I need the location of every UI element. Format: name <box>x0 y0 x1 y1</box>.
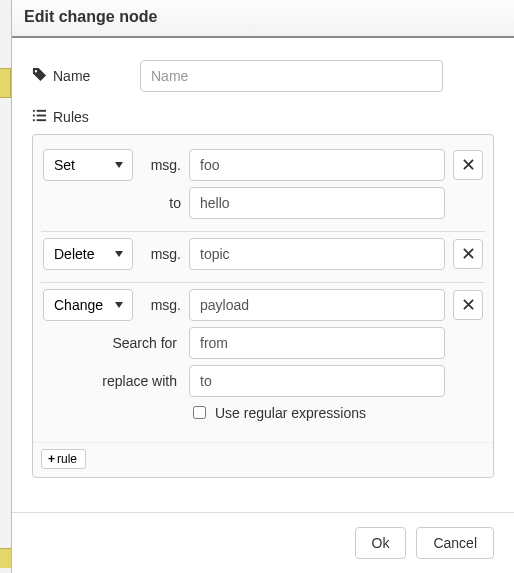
rules-container: Set msg. <box>32 134 494 478</box>
rule-row: Set msg. <box>41 143 485 231</box>
search-for-label: Search for <box>43 335 181 351</box>
rule-type-select-wrap: Delete <box>43 238 133 270</box>
delete-rule-button[interactable] <box>453 290 483 320</box>
rule-property-input[interactable] <box>189 149 445 181</box>
list-icon <box>32 108 47 126</box>
msg-prefix-label: msg. <box>141 157 181 173</box>
rule-type-select[interactable]: Set <box>43 149 133 181</box>
add-rule-row: + rule <box>33 442 493 477</box>
rule-type-select[interactable]: Change <box>43 289 133 321</box>
use-regex-checkbox[interactable] <box>193 406 206 419</box>
to-label: to <box>141 195 181 211</box>
rule-type-select[interactable]: Delete <box>43 238 133 270</box>
rule-replace-input[interactable] <box>189 365 445 397</box>
rule-to-input[interactable] <box>189 187 445 219</box>
delete-rule-button[interactable] <box>453 150 483 180</box>
rules-label-row: Rules <box>32 108 494 126</box>
panel-footer: Ok Cancel <box>12 512 514 573</box>
panel-body: Name Rules <box>12 38 514 512</box>
background-node-fragment <box>0 548 11 568</box>
rule-row: Change msg. <box>41 282 485 434</box>
background-node-fragment <box>0 68 11 98</box>
panel-header: Edit change node <box>12 0 514 38</box>
svg-rect-0 <box>33 110 35 112</box>
close-icon <box>463 298 474 313</box>
rules-scroll[interactable]: Set msg. <box>33 135 493 442</box>
rule-property-input[interactable] <box>189 289 445 321</box>
name-input[interactable] <box>140 60 443 92</box>
msg-prefix-label: msg. <box>141 297 181 313</box>
ok-button[interactable]: Ok <box>355 527 407 559</box>
rules-label-text: Rules <box>53 109 89 125</box>
edit-panel: Edit change node Name Rules <box>11 0 514 573</box>
name-row: Name <box>32 60 494 92</box>
cancel-button[interactable]: Cancel <box>416 527 494 559</box>
plus-icon: + <box>48 452 55 466</box>
delete-rule-button[interactable] <box>453 239 483 269</box>
replace-with-label: replace with <box>43 373 181 389</box>
regex-row: Use regular expressions <box>189 403 483 422</box>
rule-property-input[interactable] <box>189 238 445 270</box>
rules-label: Rules <box>32 108 89 126</box>
close-icon <box>463 247 474 262</box>
name-label: Name <box>32 67 140 85</box>
svg-rect-4 <box>33 119 35 121</box>
svg-rect-2 <box>33 115 35 117</box>
add-rule-label: rule <box>57 452 77 466</box>
close-icon <box>463 158 474 173</box>
use-regex-label: Use regular expressions <box>215 405 366 421</box>
panel-title: Edit change node <box>24 8 157 25</box>
add-rule-button[interactable]: + rule <box>41 449 86 469</box>
msg-prefix-label: msg. <box>141 246 181 262</box>
rule-type-select-wrap: Set <box>43 149 133 181</box>
svg-rect-3 <box>37 115 46 117</box>
rule-type-select-wrap: Change <box>43 289 133 321</box>
tag-icon <box>32 67 47 85</box>
rule-row: Delete msg. <box>41 231 485 282</box>
name-label-text: Name <box>53 68 90 84</box>
svg-rect-1 <box>37 110 46 112</box>
svg-rect-5 <box>37 119 46 121</box>
rule-search-input[interactable] <box>189 327 445 359</box>
